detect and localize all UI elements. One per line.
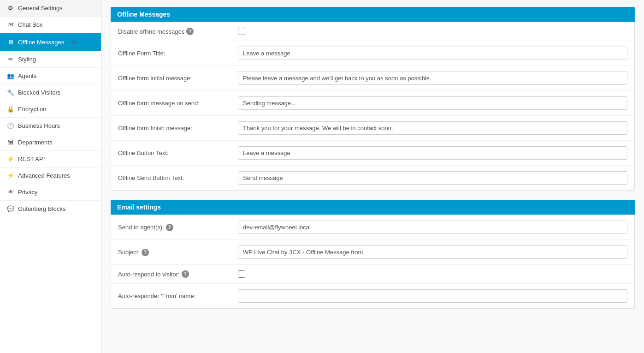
input-button-text[interactable] xyxy=(238,146,627,160)
sidebar-label-chat-box: Chat Box xyxy=(18,21,42,28)
label-form-message-on-send: Offline form message on send: xyxy=(118,100,238,107)
label-form-finish-message: Offline form finish message: xyxy=(118,125,238,132)
sidebar-item-blocked-visitors[interactable]: 🔧Blocked Visitors xyxy=(0,84,101,101)
label-disable-offline: Disable offline messages? xyxy=(118,28,238,35)
blocked-visitors-icon: 🔧 xyxy=(7,89,14,96)
form-row-disable-offline: Disable offline messages? xyxy=(111,22,634,41)
email-settings-section: Email settings Send to agent(s):?Subject… xyxy=(111,200,635,309)
form-row-form-message-on-send: Offline form message on send: xyxy=(111,91,634,116)
sidebar: ⚙General Settings✉Chat Box🖥Offline Messa… xyxy=(0,0,101,353)
input-send-button-text[interactable] xyxy=(238,171,627,185)
sidebar-label-agents: Agents xyxy=(18,72,36,79)
label-auto-respond: Auto-respond to visitor:? xyxy=(118,270,238,278)
chat-box-icon: ✉ xyxy=(7,21,14,28)
email-settings-header: Email settings xyxy=(111,200,635,215)
input-form-initial-message[interactable] xyxy=(238,72,627,85)
rest-api-icon: ⚡ xyxy=(7,156,14,162)
sidebar-item-encryption[interactable]: 🔒Encryption xyxy=(0,101,101,118)
form-row-send-button-text: Offline Send Button Text: xyxy=(111,166,634,190)
checkbox-disable-offline[interactable] xyxy=(238,28,245,35)
styling-icon: ✏ xyxy=(7,56,14,63)
sidebar-label-business-hours: Business Hours xyxy=(18,122,60,129)
sidebar-item-chat-box[interactable]: ✉Chat Box xyxy=(0,17,101,33)
sidebar-label-advanced-features: Advanced Features xyxy=(18,172,70,179)
checkbox-wrap-auto-respond xyxy=(238,270,245,278)
input-form-title[interactable] xyxy=(238,47,627,60)
label-button-text: Offline Button Text: xyxy=(118,150,238,156)
help-icon-disable-offline[interactable]: ? xyxy=(186,28,194,35)
sidebar-label-privacy: Privacy xyxy=(18,189,38,196)
form-row-auto-responder-from: Auto-responder 'From' name: xyxy=(111,284,634,308)
sidebar-item-rest-api[interactable]: ⚡REST API xyxy=(0,151,101,168)
advanced-features-icon: ⚡ xyxy=(7,172,14,179)
sidebar-item-business-hours[interactable]: 🕐Business Hours xyxy=(0,118,101,134)
offline-messages-section: Offline Messages Disable offline message… xyxy=(111,7,635,191)
input-form-finish-message[interactable] xyxy=(238,121,627,135)
help-icon-subject[interactable]: ? xyxy=(142,249,149,256)
form-row-button-text: Offline Button Text: xyxy=(111,141,634,166)
checkbox-auto-respond[interactable] xyxy=(238,270,245,278)
label-form-initial-message: Offline form initial message: xyxy=(118,75,238,82)
gutenberg-blocks-icon: 💬 xyxy=(7,205,14,212)
sidebar-label-encryption: Encryption xyxy=(18,106,46,113)
form-row-form-initial-message: Offline form initial message: xyxy=(111,66,634,91)
input-auto-responder-from[interactable] xyxy=(238,289,627,303)
checkbox-wrap-disable-offline xyxy=(238,28,245,35)
offline-messages-form: Disable offline messages?Offline Form Ti… xyxy=(111,22,635,191)
sidebar-label-departments: Departments xyxy=(18,139,52,146)
offline-messages-icon: 🖥 xyxy=(7,39,14,46)
input-subject[interactable] xyxy=(238,245,627,259)
label-auto-responder-from: Auto-responder 'From' name: xyxy=(118,293,238,299)
agents-icon: 👥 xyxy=(7,72,14,79)
sidebar-item-agents[interactable]: 👥Agents xyxy=(0,68,101,84)
sidebar-label-gutenberg-blocks: Gutenberg Blocks xyxy=(18,205,65,212)
sidebar-item-general-settings[interactable]: ⚙General Settings xyxy=(0,0,101,17)
sidebar-item-gutenberg-blocks[interactable]: 💬Gutenberg Blocks xyxy=(0,201,101,217)
label-send-to-agents: Send to agent(s):? xyxy=(118,224,238,231)
form-row-form-title: Offline Form Title: xyxy=(111,41,634,66)
privacy-icon: 👁 xyxy=(7,189,14,196)
label-form-title: Offline Form Title: xyxy=(118,50,238,57)
form-row-send-to-agents: Send to agent(s):? xyxy=(111,215,634,240)
sidebar-label-styling: Styling xyxy=(18,56,36,63)
sidebar-item-advanced-features[interactable]: ⚡Advanced Features xyxy=(0,168,101,184)
offline-messages-header: Offline Messages xyxy=(111,7,635,22)
encryption-icon: 🔒 xyxy=(7,106,14,113)
input-send-to-agents[interactable] xyxy=(238,221,627,234)
sidebar-label-rest-api: REST API xyxy=(18,156,45,162)
arrow-indicator: ← xyxy=(71,38,78,46)
sidebar-label-general-settings: General Settings xyxy=(18,5,63,12)
input-form-message-on-send[interactable] xyxy=(238,96,627,110)
sidebar-label-blocked-visitors: Blocked Visitors xyxy=(18,89,60,96)
sidebar-item-departments[interactable]: 🏛Departments xyxy=(0,134,101,151)
general-settings-icon: ⚙ xyxy=(7,5,14,12)
email-settings-form: Send to agent(s):?Subject:?Auto-respond … xyxy=(111,215,635,309)
label-subject: Subject:? xyxy=(118,249,238,256)
form-row-auto-respond: Auto-respond to visitor:? xyxy=(111,265,634,284)
sidebar-label-offline-messages: Offline Messages xyxy=(18,39,64,46)
sidebar-item-offline-messages[interactable]: 🖥Offline Messages← xyxy=(0,33,101,51)
form-row-subject: Subject:? xyxy=(111,240,634,265)
departments-icon: 🏛 xyxy=(7,139,14,146)
main-content: Offline Messages Disable offline message… xyxy=(101,0,644,353)
label-send-button-text: Offline Send Button Text: xyxy=(118,174,238,181)
business-hours-icon: 🕐 xyxy=(7,122,14,129)
help-icon-send-to-agents[interactable]: ? xyxy=(166,224,173,231)
sidebar-item-styling[interactable]: ✏Styling xyxy=(0,51,101,68)
help-icon-auto-respond[interactable]: ? xyxy=(182,270,189,278)
form-row-form-finish-message: Offline form finish message: xyxy=(111,116,634,141)
sidebar-item-privacy[interactable]: 👁Privacy xyxy=(0,184,101,201)
